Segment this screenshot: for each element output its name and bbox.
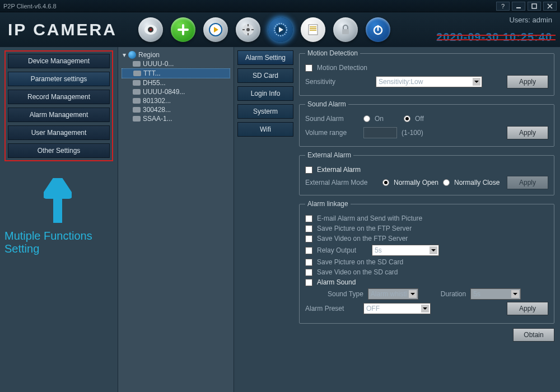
settings-panel: Motion Detection Motion Detection Sensit… [297,47,560,392]
svg-rect-13 [342,29,349,34]
tree-root[interactable]: ▾ Region [122,50,230,59]
nav-alarm-management[interactable]: Alarm Management [8,108,110,122]
chevron-down-icon [511,290,519,298]
radio-sound-on[interactable] [363,115,370,122]
tree-item[interactable]: SSAA-1... [122,114,230,123]
toolbar-add-icon[interactable] [171,17,195,42]
camera-icon [133,89,141,95]
subtab-systerm[interactable]: Systerm [237,104,293,119]
group-alarm-linkage: Alarm linkage E-mail Alarm and Send with… [299,200,554,324]
tree-item-label: UUUU-0849... [143,88,185,96]
checkbox-alarm-sound[interactable] [305,279,312,286]
subtab-alarm-setting[interactable]: Alarm Setting [237,50,293,65]
tree-root-label: Region [138,51,160,59]
user-label: Users: [509,16,530,24]
group-external-alarm: External Alarm External Alarm External A… [299,151,554,195]
label-normally-open: Normally Open [394,179,438,186]
label-sd-vid: Save Video on the SD card [317,268,398,276]
tree-item[interactable]: UUUU-0... [122,59,230,68]
apply-external-button[interactable]: Apply [507,176,548,189]
camera-icon [133,98,141,104]
close-button[interactable] [543,2,557,11]
checkbox-sd-vid[interactable] [305,269,312,276]
group-sound-alarm: Sound Alarm Sound Alarm On Off Volume ra… [299,100,554,147]
checkbox-sd-pic[interactable] [305,259,312,266]
label-normally-close: Normally Close [454,179,500,186]
select-sound-type-value: Alarm whistl [371,290,407,298]
apply-motion-button[interactable]: Apply [507,75,548,88]
radio-sound-off[interactable] [404,115,410,122]
toolbar-power-icon[interactable] [366,17,390,42]
svg-text:?: ? [501,3,505,9]
camera-icon [133,116,141,122]
select-sound-type[interactable]: Alarm whistl [368,288,418,300]
svg-point-5 [150,29,152,31]
tree-item[interactable]: UUUU-0849... [122,87,230,96]
nav-device-management[interactable]: Device Management [8,54,110,68]
tree-item-label: 300428... [143,106,171,114]
svg-rect-1 [516,7,521,8]
nav-parameter-settings[interactable]: Parameter settings [8,72,110,86]
tree-item[interactable]: DH55... [122,78,230,87]
input-volume[interactable] [363,127,397,138]
help-button[interactable]: ? [496,2,510,11]
clock: 2020-09-30 10:25:40 [436,31,552,44]
checkbox-ftp-pic[interactable] [305,225,312,232]
annotation-caption: Mutiple Functions Setting [4,230,113,255]
checkbox-relay[interactable] [305,247,312,254]
nav-record-management[interactable]: Record Management [8,90,110,104]
toolbar-log-icon[interactable] [301,17,325,42]
select-sensitivity-value: Sensitivity:Low [379,78,423,86]
minimize-button[interactable] [512,2,525,11]
apply-sound-button[interactable]: Apply [507,126,548,139]
group-motion-detection: Motion Detection Motion Detection Sensit… [299,49,554,96]
radio-normally-close[interactable] [443,179,450,186]
label-sound-alarm: Sound Alarm [305,115,359,123]
select-duration[interactable]: 5s [470,288,521,300]
obtain-button[interactable]: Obtain [513,328,554,342]
select-preset[interactable]: OFF [363,303,431,314]
chevron-down-icon [430,246,437,254]
maximize-button[interactable] [528,2,541,11]
legend-sound: Sound Alarm [305,100,348,108]
toolbar-record-icon[interactable] [236,17,260,42]
subtab-wifi[interactable]: Wifi [237,122,293,137]
camera-icon [133,61,141,67]
label-external: External Alarm [317,166,361,174]
window-title: P2P Client-v6.4.6.8 [3,3,57,10]
tree-item[interactable]: TTT... [122,68,230,78]
nav-other-settings[interactable]: Other Settings [8,143,110,158]
user-name: admin [533,16,552,24]
svg-point-9 [246,28,250,31]
checkbox-motion[interactable] [305,64,312,72]
checkbox-ftp-vid[interactable] [305,235,312,242]
label-sound-type: Sound Type [328,290,363,298]
toolbar-camera-icon[interactable] [138,17,163,42]
toolbar-lock-icon[interactable] [333,17,358,42]
radio-normally-open[interactable] [382,179,389,186]
main-area: Device Management Parameter settings Rec… [0,47,560,392]
select-duration-value: 5s [473,290,480,298]
apply-linkage-button[interactable]: Apply [507,302,548,315]
device-tree: ▾ Region UUUU-0... TTT... DH55... UUUU-0… [118,47,234,392]
select-sensitivity[interactable]: Sensitivity:Low [376,76,482,87]
svg-rect-2 [532,4,536,8]
tree-item-label: TTT... [143,69,161,77]
chevron-down-icon [473,78,480,86]
camera-icon [133,107,141,113]
app-header: IP CAMERA Users: admin 2020-09-30 10:25:… [0,12,560,47]
user-indicator: Users: admin [509,16,552,24]
checkbox-email[interactable] [305,215,312,222]
tree-item[interactable]: 300428... [122,105,230,114]
nav-highlight-box: Device Management Parameter settings Rec… [4,50,113,161]
select-relay[interactable]: 5s [372,245,439,256]
toolbar-settings-icon[interactable] [268,17,293,42]
checkbox-external[interactable] [305,166,312,174]
toolbar-play-icon[interactable] [203,17,228,42]
nav-user-management[interactable]: User Management [8,125,110,140]
subtab-login-info[interactable]: Login Info [237,86,293,101]
subtab-sd-card[interactable]: SD Card [237,68,293,83]
svg-rect-15 [53,192,62,223]
label-sd-pic: Save Picture on the SD Card [317,258,403,266]
tree-item[interactable]: 801302... [122,96,230,105]
